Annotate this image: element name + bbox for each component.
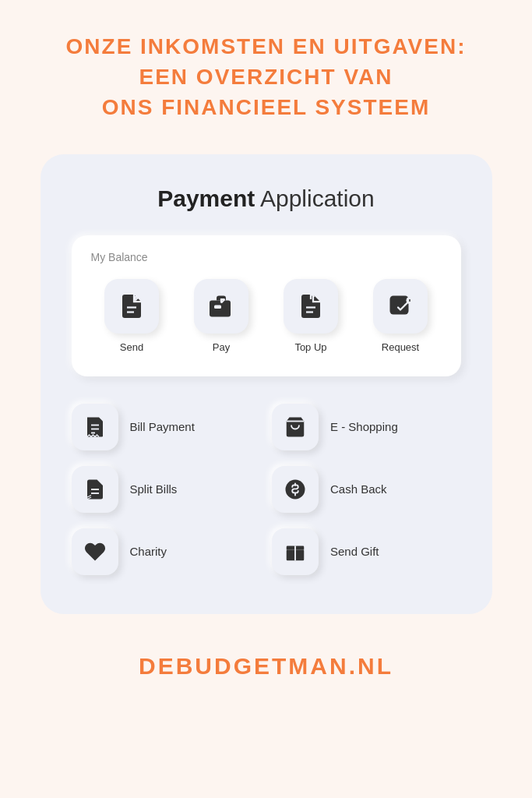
cash-back-label: Cash Back — [330, 482, 387, 496]
split-bills-label: Split Bills — [130, 482, 178, 496]
action-send[interactable]: Send — [91, 279, 173, 353]
charity-icon-wrap — [72, 528, 118, 575]
pay-icon-wrap — [194, 279, 248, 334]
action-topup[interactable]: Top Up — [270, 279, 352, 353]
menu-cash-back[interactable]: Cash Back — [272, 466, 461, 513]
app-title: Payment Application — [72, 185, 461, 212]
send-gift-icon-wrap — [272, 528, 319, 575]
svg-rect-3 — [214, 305, 221, 309]
pay-label: Pay — [213, 341, 230, 353]
e-shopping-label: E - Shopping — [330, 420, 398, 433]
topup-label: Top Up — [294, 341, 326, 353]
menu-bill-payment[interactable]: Bill Payment — [72, 404, 261, 450]
main-card: Payment Application My Balance Sen — [41, 154, 492, 614]
send-label: Send — [120, 341, 143, 353]
bill-payment-label: Bill Payment — [130, 420, 195, 433]
topup-icon — [297, 292, 325, 320]
receipt-icon — [83, 415, 107, 439]
menu-split-bills[interactable]: Split Bills — [72, 466, 261, 513]
action-request[interactable]: Request — [360, 279, 442, 353]
footer-brand: DEBUDGETMAN.NL — [47, 653, 485, 680]
send-icon-wrap — [104, 279, 159, 334]
bill-payment-icon-wrap — [72, 404, 118, 450]
send-icon — [118, 292, 146, 320]
shopping-icon — [284, 415, 307, 439]
menu-charity[interactable]: Charity — [72, 528, 261, 575]
heart-icon — [83, 540, 107, 563]
pay-icon — [207, 292, 235, 320]
footer-section: DEBUDGETMAN.NL — [0, 630, 532, 711]
request-icon-wrap — [373, 279, 428, 334]
balance-card: My Balance Send — [72, 235, 461, 376]
send-gift-label: Send Gift — [330, 545, 379, 558]
action-pay[interactable]: Pay — [181, 279, 262, 353]
split-bills-icon-wrap — [72, 466, 118, 513]
balance-label: My Balance — [91, 251, 442, 263]
request-label: Request — [382, 341, 419, 353]
e-shopping-icon-wrap — [272, 404, 319, 450]
charity-label: Charity — [130, 545, 167, 558]
cash-back-icon-wrap — [272, 466, 319, 513]
split-icon — [83, 478, 107, 501]
header-section: ONZE INKOMSTEN EN UITGAVEN: EEN OVERZICH… — [0, 0, 532, 147]
menu-grid: Bill Payment E - Shopping — [72, 404, 461, 575]
page-title: ONZE INKOMSTEN EN UITGAVEN: EEN OVERZICH… — [47, 31, 485, 123]
menu-e-shopping[interactable]: E - Shopping — [272, 404, 461, 450]
menu-send-gift[interactable]: Send Gift — [272, 528, 461, 575]
request-icon — [386, 292, 414, 320]
topup-icon-wrap — [284, 279, 338, 334]
quick-actions: Send Pay — [91, 279, 442, 353]
dollar-icon — [284, 478, 307, 501]
gift-icon — [284, 540, 307, 563]
